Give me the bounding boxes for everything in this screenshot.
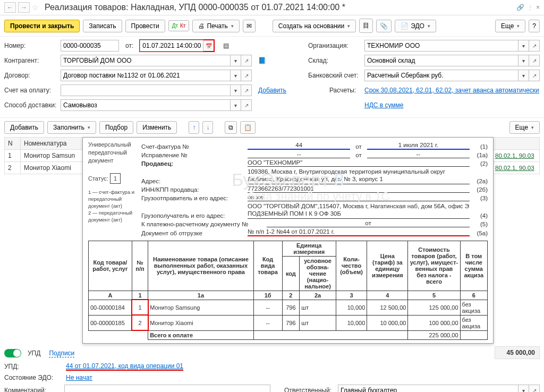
status-box: 1 bbox=[110, 173, 121, 184]
resp-drop[interactable]: ▾ bbox=[518, 385, 529, 392]
wh-drop[interactable]: ▾ bbox=[518, 55, 529, 66]
date-input[interactable] bbox=[140, 40, 203, 52]
resp-label: Ответственный: bbox=[284, 387, 332, 392]
contract-input[interactable] bbox=[61, 70, 231, 81]
delivery-label: Способ доставки: bbox=[4, 101, 57, 109]
contract-label: Договор: bbox=[4, 72, 57, 79]
save-button[interactable]: Записать bbox=[83, 20, 122, 32]
warehouse-input[interactable] bbox=[364, 55, 518, 66]
items-add-button[interactable]: Добавить bbox=[4, 121, 44, 134]
upd-caption: Универсальный передаточный документ bbox=[88, 141, 136, 165]
link-icon[interactable]: 🔗 bbox=[516, 4, 524, 11]
window-title: Реализация товаров: Накладная, УПД 0000-… bbox=[45, 3, 514, 12]
dl-drop[interactable]: ▾ bbox=[231, 99, 241, 111]
upd-switch[interactable] bbox=[4, 349, 21, 357]
move-up-icon[interactable]: ↑ bbox=[189, 121, 199, 134]
from-label: от: bbox=[125, 42, 133, 49]
move-down-icon[interactable]: ↓ bbox=[202, 121, 213, 134]
resp-open[interactable]: ↗ bbox=[529, 385, 540, 392]
comment-label: Комментарий: bbox=[4, 387, 61, 392]
cp-open[interactable]: ↗ bbox=[241, 55, 252, 66]
ct-drop[interactable]: ▾ bbox=[231, 70, 241, 81]
counterparty-label: Контрагент: bbox=[4, 57, 57, 64]
edo-state-label: Состояние ЭДО: bbox=[4, 374, 63, 381]
vat-link[interactable]: НДС в сумме bbox=[364, 101, 540, 109]
warehouse-label: Склад: bbox=[308, 57, 361, 64]
invoice-input[interactable] bbox=[61, 84, 231, 96]
bank-input[interactable] bbox=[364, 70, 518, 81]
wh-open[interactable]: ↗ bbox=[529, 55, 540, 66]
comment-icon[interactable]: ▤ bbox=[220, 42, 231, 49]
counterparty-input[interactable] bbox=[61, 55, 231, 66]
bank-label: Банковский счет: bbox=[308, 72, 361, 79]
calendar-icon[interactable]: 📅 bbox=[203, 40, 214, 52]
col-acc bbox=[492, 138, 540, 150]
invoice-label: Счет на оплату: bbox=[4, 87, 57, 94]
org-label: Организация: bbox=[308, 42, 361, 49]
items-fill-button[interactable]: Заполнить▾ bbox=[47, 121, 96, 134]
ct-open[interactable]: ↗ bbox=[241, 70, 252, 81]
edo-button[interactable]: 📄 ЭДО▾ bbox=[395, 20, 436, 32]
more-button[interactable]: Еще▾ bbox=[495, 20, 525, 32]
print-button[interactable]: 🖨 Печать▾ bbox=[192, 20, 239, 32]
upd-sf-label: УПД: bbox=[4, 363, 63, 370]
cp-drop[interactable]: ▾ bbox=[231, 55, 241, 66]
resp-input[interactable] bbox=[338, 385, 518, 392]
signatures-link[interactable]: Подписи bbox=[49, 350, 74, 357]
dtkt-icon[interactable]: ДтКт bbox=[168, 20, 190, 31]
number-input[interactable] bbox=[61, 40, 119, 52]
dossier-icon[interactable]: 📘 bbox=[258, 57, 266, 64]
dl-open[interactable]: ↗ bbox=[241, 99, 252, 111]
bk-open[interactable]: ↗ bbox=[529, 70, 540, 81]
org-input[interactable] bbox=[364, 40, 518, 52]
print-table: Код товара/ работ, услуг № п/п Наименова… bbox=[88, 241, 488, 340]
nav-forward[interactable]: → bbox=[18, 2, 30, 13]
help-icon[interactable]: ⋮ bbox=[528, 5, 533, 11]
print-preview-overlay: БухЭксперт 8 база знаний по учету в 1С У… bbox=[82, 137, 494, 344]
copy-icon[interactable]: ⧉ bbox=[225, 121, 237, 134]
comment-input[interactable] bbox=[64, 385, 270, 392]
inv-drop[interactable]: ▾ bbox=[231, 84, 241, 96]
items-change-button[interactable]: Изменить bbox=[137, 121, 177, 134]
post-button[interactable]: Провести bbox=[125, 20, 165, 32]
compare-icon[interactable]: 目 bbox=[359, 19, 373, 33]
inv-open[interactable]: ↗ bbox=[241, 84, 252, 96]
items-more-button[interactable]: Еще▾ bbox=[509, 121, 540, 134]
attach-icon[interactable]: 📎 bbox=[376, 20, 392, 32]
add-invoice-link[interactable]: Добавить bbox=[258, 87, 286, 94]
delivery-input[interactable] bbox=[61, 99, 231, 111]
calc-label: Расчеты: bbox=[329, 87, 361, 94]
create-based-button[interactable]: Создать на основании▾ bbox=[273, 20, 356, 32]
nav-back[interactable]: ← bbox=[4, 2, 16, 13]
close-icon[interactable]: × bbox=[536, 4, 540, 11]
col-n: N bbox=[5, 138, 21, 150]
bk-drop[interactable]: ▾ bbox=[518, 70, 529, 81]
calc-link[interactable]: Срок 30.08.2021, 62.01, 62.02, зачет ава… bbox=[364, 87, 540, 94]
upd-label: УПД bbox=[28, 350, 40, 357]
org-drop[interactable]: ▾ bbox=[518, 40, 529, 52]
help-button[interactable]: ? bbox=[529, 20, 540, 32]
post-close-button[interactable]: Провести и закрыть bbox=[4, 20, 80, 32]
org-open[interactable]: ↗ bbox=[529, 40, 540, 52]
number-label: Номер: bbox=[4, 42, 57, 49]
upd-sf-link[interactable]: 44 от 01.07.2021, код вида операции 01 bbox=[66, 362, 183, 371]
edo-state-link[interactable]: Не начат bbox=[66, 374, 92, 381]
items-pick-button[interactable]: Подбор bbox=[99, 121, 133, 134]
total-amount: 45 000,00 bbox=[495, 346, 540, 359]
mail-button[interactable]: ✉ bbox=[243, 20, 256, 32]
col-nomen: Номенклатура bbox=[21, 138, 90, 150]
paste-icon[interactable]: 📋 bbox=[240, 121, 256, 134]
favorite-icon[interactable]: ☆ bbox=[32, 3, 42, 12]
